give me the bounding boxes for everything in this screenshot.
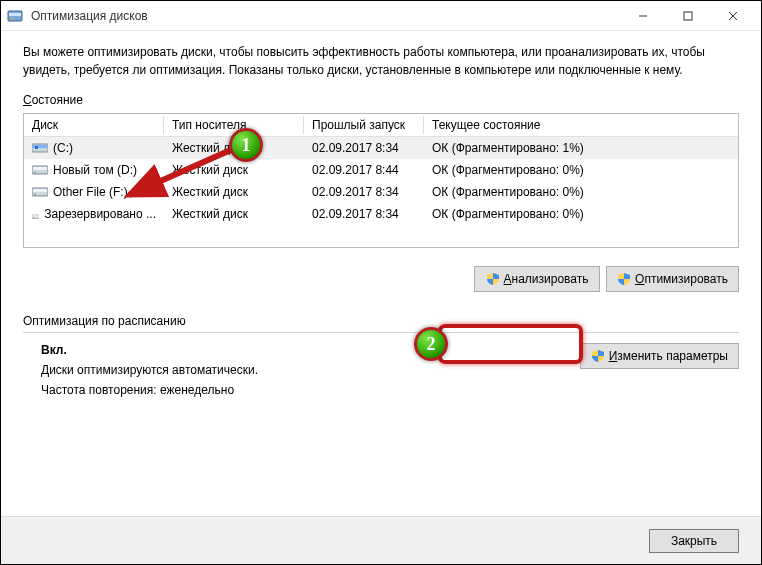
drive-icon	[32, 186, 48, 198]
change-settings-button[interactable]: Изменить параметры	[580, 343, 739, 369]
optimize-button[interactable]: Оптимизировать	[606, 266, 739, 292]
svg-rect-17	[32, 215, 38, 216]
divider	[23, 332, 739, 333]
callout-2: 2	[414, 327, 448, 361]
schedule-line2: Частота повторения: еженедельно	[41, 383, 564, 397]
shield-icon	[617, 272, 631, 286]
titlebar: Оптимизация дисков	[1, 1, 761, 31]
cell-status: ОК (Фрагментировано: 0%)	[424, 183, 738, 201]
cell-last: 02.09.2017 8:34	[304, 139, 424, 157]
drive-icon	[32, 208, 39, 220]
col-header-status[interactable]: Текущее состояние	[424, 114, 738, 136]
cell-last: 02.09.2017 8:44	[304, 161, 424, 179]
col-header-disk[interactable]: Диск	[24, 114, 164, 136]
cell-status: ОК (Фрагментировано: 1%)	[424, 139, 738, 157]
maximize-button[interactable]	[665, 1, 710, 31]
grid-header: Диск Тип носителя Прошлый запуск Текущее…	[24, 114, 738, 137]
svg-rect-11	[33, 167, 47, 170]
tutorial-arrow	[111, 141, 246, 211]
callout-1: 1	[229, 128, 263, 162]
window-title: Оптимизация дисков	[31, 9, 620, 23]
cell-last: 02.09.2017 8:34	[304, 205, 424, 223]
drive-icon	[32, 164, 48, 176]
svg-point-2	[11, 18, 13, 20]
schedule-line1: Диски оптимизируются автоматически.	[41, 363, 564, 377]
shield-icon	[591, 349, 605, 363]
svg-point-18	[33, 217, 34, 218]
cell-last: 02.09.2017 8:34	[304, 183, 424, 201]
description-text: Вы можете оптимизировать диски, чтобы по…	[23, 43, 739, 79]
col-header-last[interactable]: Прошлый запуск	[304, 114, 424, 136]
bottom-bar: Закрыть	[1, 516, 761, 564]
shield-icon	[486, 272, 500, 286]
svg-rect-1	[9, 13, 21, 16]
drive-icon	[32, 142, 48, 154]
highlight-analyze	[438, 324, 583, 364]
app-icon	[7, 8, 23, 24]
svg-rect-9	[35, 146, 38, 149]
svg-rect-4	[684, 12, 692, 20]
analyze-button[interactable]: Анализировать	[474, 266, 600, 292]
close-button[interactable]	[710, 1, 755, 31]
svg-point-15	[34, 194, 36, 196]
cell-status: ОК (Фрагментировано: 0%)	[424, 205, 738, 223]
minimize-button[interactable]	[620, 1, 665, 31]
svg-line-19	[129, 149, 233, 195]
drive-name: (C:)	[53, 141, 73, 155]
svg-point-12	[34, 172, 36, 174]
cell-status: ОК (Фрагментировано: 0%)	[424, 161, 738, 179]
schedule-title: Оптимизация по расписанию	[23, 314, 739, 328]
state-label: Состояние	[23, 93, 739, 107]
svg-rect-14	[33, 189, 47, 192]
close-dialog-button[interactable]: Закрыть	[649, 529, 739, 553]
